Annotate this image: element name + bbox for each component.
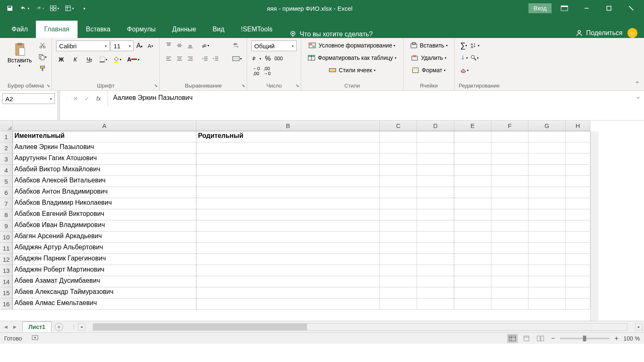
cell-F8[interactable] xyxy=(491,209,528,220)
cell-A13[interactable]: Абаджян Роберт Мартинович xyxy=(13,265,196,276)
borders-icon[interactable]: ▾ xyxy=(98,54,108,64)
hscroll-left-icon[interactable]: ◂ xyxy=(78,323,85,331)
row-header-4[interactable]: 4 xyxy=(0,165,13,176)
column-header-H[interactable]: H xyxy=(566,121,590,131)
zoom-out-button[interactable]: − xyxy=(549,335,557,342)
cell-H15[interactable] xyxy=(566,287,590,298)
cell-G6[interactable] xyxy=(528,187,566,198)
cell-H5[interactable] xyxy=(566,176,590,187)
font-name-combo[interactable]: Calibri▾ xyxy=(56,40,110,51)
cell-G3[interactable] xyxy=(528,154,566,165)
redo-icon[interactable]: ▾ xyxy=(33,2,46,14)
cell-C15[interactable] xyxy=(380,287,417,298)
column-header-G[interactable]: G xyxy=(528,121,566,131)
cell-E16[interactable] xyxy=(454,298,491,310)
cell-E1[interactable] xyxy=(454,131,491,142)
cell-G10[interactable] xyxy=(528,232,566,243)
align-middle-icon[interactable] xyxy=(175,40,184,50)
cut-icon[interactable] xyxy=(38,40,47,50)
add-sheet-button[interactable]: + xyxy=(55,323,63,331)
row-header-14[interactable]: 14 xyxy=(0,276,13,287)
cell-F2[interactable] xyxy=(491,142,528,154)
page-break-view-icon[interactable] xyxy=(535,334,546,343)
font-launcher-icon[interactable]: ⬊ xyxy=(154,83,158,88)
cell-F1[interactable] xyxy=(491,131,528,142)
cell-C11[interactable] xyxy=(380,243,417,254)
cell-C2[interactable] xyxy=(380,142,417,154)
cell-E7[interactable] xyxy=(454,198,491,209)
bold-button[interactable]: Ж xyxy=(56,54,66,64)
cell-E6[interactable] xyxy=(454,187,491,198)
cell-C5[interactable] xyxy=(380,176,417,187)
cell-C4[interactable] xyxy=(380,165,417,176)
fill-color-icon[interactable]: ▾ xyxy=(112,54,122,64)
cell-H7[interactable] xyxy=(566,198,590,209)
cell-E14[interactable] xyxy=(454,276,491,287)
cancel-formula-icon[interactable]: ✕ xyxy=(71,94,80,104)
align-center-icon[interactable] xyxy=(175,54,184,64)
clear-icon[interactable]: ▾ xyxy=(459,65,469,75)
cell-E13[interactable] xyxy=(454,265,491,276)
cell-A11[interactable]: Абаджян Артур Альбертович xyxy=(13,243,196,254)
qat-customize-icon[interactable]: ▾ xyxy=(78,2,91,14)
row-header-16[interactable]: 16 xyxy=(0,298,13,310)
row-header-5[interactable]: 5 xyxy=(0,176,13,187)
cell-F10[interactable] xyxy=(491,232,528,243)
row-header-8[interactable]: 8 xyxy=(0,209,13,220)
cell-C8[interactable] xyxy=(380,209,417,220)
delete-cells-button[interactable]: Удалить▾ xyxy=(408,53,450,63)
cell-D6[interactable] xyxy=(417,187,454,198)
cell-B3[interactable] xyxy=(196,154,380,165)
formula-expand-icon[interactable]: ⌄ xyxy=(635,92,641,100)
cell-G15[interactable] xyxy=(528,287,566,298)
format-cells-button[interactable]: Формат▾ xyxy=(408,65,450,75)
share-button[interactable]: Поделиться xyxy=(576,29,623,37)
row-header-7[interactable]: 7 xyxy=(0,198,13,209)
cell-A14[interactable]: Абаев Азамат Дусимбаевич xyxy=(13,276,196,287)
minimize-icon[interactable] xyxy=(577,2,596,15)
copy-icon[interactable]: ▾ xyxy=(38,52,47,62)
decrease-indent-icon[interactable] xyxy=(200,54,210,64)
cell-D16[interactable] xyxy=(417,298,454,310)
cell-F3[interactable] xyxy=(491,154,528,165)
row-header-13[interactable]: 13 xyxy=(0,265,13,276)
cell-A5[interactable]: Абабков Алексей Витальевич xyxy=(13,176,196,187)
cell-E2[interactable] xyxy=(454,142,491,154)
cell-D15[interactable] xyxy=(417,287,454,298)
cell-E11[interactable] xyxy=(454,243,491,254)
cell-D1[interactable] xyxy=(417,131,454,142)
paste-button[interactable]: Вставить ▾ xyxy=(4,40,35,69)
increase-font-icon[interactable]: A▴ xyxy=(134,41,144,51)
row-header-15[interactable]: 15 xyxy=(0,287,13,298)
cell-E8[interactable] xyxy=(454,209,491,220)
cell-H12[interactable] xyxy=(566,254,590,265)
tell-me-search[interactable]: Что вы хотите сделать? xyxy=(289,31,373,38)
cell-H10[interactable] xyxy=(566,232,590,243)
cell-D12[interactable] xyxy=(417,254,454,265)
cell-C10[interactable] xyxy=(380,232,417,243)
cell-G2[interactable] xyxy=(528,142,566,154)
cell-D9[interactable] xyxy=(417,220,454,232)
cell-A16[interactable]: Абаев Алмас Емельтаевич xyxy=(13,298,196,310)
row-header-11[interactable]: 11 xyxy=(0,243,13,254)
currency-icon[interactable]: ₽▾ xyxy=(251,54,262,64)
increase-indent-icon[interactable] xyxy=(211,54,221,64)
cell-D13[interactable] xyxy=(417,265,454,276)
select-all-corner[interactable] xyxy=(0,121,13,131)
cell-D10[interactable] xyxy=(417,232,454,243)
name-box[interactable]: A2▾ xyxy=(2,93,55,104)
cell-A6[interactable]: Абабков Антон Владимирович xyxy=(13,187,196,198)
vertical-scrollbar[interactable] xyxy=(590,131,599,321)
qat-custom2-icon[interactable]: ▾ xyxy=(63,2,76,14)
cell-B15[interactable] xyxy=(196,287,380,298)
cell-C3[interactable] xyxy=(380,154,417,165)
cell-F14[interactable] xyxy=(491,276,528,287)
cell-B13[interactable] xyxy=(196,265,380,276)
cell-E3[interactable] xyxy=(454,154,491,165)
cell-A12[interactable]: Абаджян Парник Гарегинович xyxy=(13,254,196,265)
comma-style-icon[interactable]: 000 xyxy=(274,54,283,64)
cell-C7[interactable] xyxy=(380,198,417,209)
italic-button[interactable]: К xyxy=(70,54,80,64)
cell-F5[interactable] xyxy=(491,176,528,187)
increase-decimal-icon[interactable]: ←0,00 xyxy=(251,66,261,76)
